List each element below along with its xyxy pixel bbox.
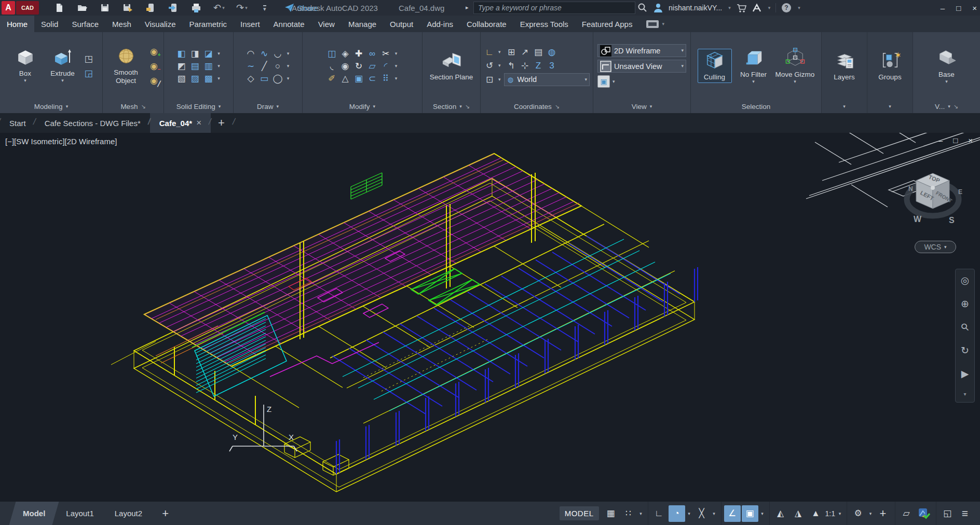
named-view-combo[interactable]: Unsaved View ▾ (597, 60, 686, 73)
orbit-icon[interactable]: ↻ (961, 344, 969, 356)
polygon-icon[interactable]: ◇ (245, 73, 256, 84)
ribbon-tab[interactable]: Visualize (138, 16, 183, 32)
dropdown-arrow-icon[interactable]: ▾ (217, 64, 220, 68)
intersect-icon[interactable]: ◪ (203, 48, 214, 59)
ribbon-tab[interactable]: Output (383, 16, 420, 32)
ucs-view-icon[interactable]: ⊡ (484, 74, 495, 85)
extrude-button[interactable]: Extrude ▾ (46, 48, 80, 85)
viewport-controls[interactable]: [−][SW Isometric][2D Wireframe] (5, 137, 117, 146)
presspull-icon[interactable]: ◲ (83, 68, 94, 78)
ribbon-tab[interactable]: Featured Apps (575, 16, 639, 32)
save-to-mobile-icon[interactable] (168, 2, 179, 13)
ribbon-tab[interactable]: View (311, 16, 342, 32)
close-tab-icon[interactable]: × (196, 118, 201, 128)
maximize-button[interactable]: □ (956, 4, 961, 12)
graphics-performance-icon[interactable] (916, 505, 932, 522)
mirror-icon[interactable]: ◫ (326, 48, 337, 59)
wcs-selector[interactable]: WCS ▾ (915, 241, 956, 253)
annotation-monitor-icon[interactable]: + (875, 505, 891, 522)
spline-icon[interactable]: ∿ (258, 48, 270, 59)
offset-icon[interactable]: ⊂ (366, 73, 378, 84)
arc-icon[interactable]: ◠ (245, 48, 256, 59)
arc-3point-icon[interactable]: ◡ (272, 48, 283, 59)
plot-icon[interactable] (190, 2, 202, 13)
ucs-named-icon[interactable]: ⊞ (506, 47, 517, 58)
drawing-viewport[interactable]: [−][SW Isometric][2D Wireframe] – □ × (0, 133, 980, 501)
snap-mode-toggle[interactable]: ∷ (620, 505, 637, 522)
polar-dropdown-icon[interactable]: ▾ (686, 511, 692, 516)
ortho-mode-toggle[interactable]: ∟ (651, 505, 668, 522)
dropdown-arrow-icon[interactable]: ▾ (217, 76, 220, 81)
clean-screen-toggle[interactable]: ◱ (939, 505, 956, 522)
panel-label-layers[interactable]: ▾ (822, 100, 867, 113)
file-tab[interactable]: Cafe Sections - DWG Files* × (35, 113, 150, 133)
layers-button[interactable]: Layers (825, 49, 864, 82)
isometric-drafting-toggle[interactable]: ╳ (693, 505, 710, 522)
base-button[interactable]: Base ▾ (930, 47, 964, 86)
polysolid-icon[interactable]: ◳ (83, 53, 94, 64)
ucs-origin-icon[interactable]: ↗ (519, 47, 530, 58)
pan-icon[interactable]: ⊕ (961, 298, 969, 310)
ucs-combo[interactable]: ◍ World ▾ (504, 73, 590, 86)
stretch-icon[interactable]: ◟ (326, 61, 337, 71)
ribbon-tab[interactable]: Annotate (267, 16, 311, 32)
move-icon[interactable]: ✚ (353, 48, 364, 59)
union-icon[interactable]: ◧ (176, 48, 187, 59)
isolate-objects-icon[interactable]: ▱ (898, 505, 915, 522)
panel-label-view[interactable]: View▾ (593, 100, 690, 113)
search-input[interactable] (474, 2, 635, 13)
file-tab[interactable]: Start × (0, 113, 35, 133)
polar-tracking-toggle[interactable]: ◔ (669, 505, 685, 522)
dropdown-arrow-icon[interactable]: ▾ (612, 79, 615, 84)
copy-icon[interactable]: ∞ (366, 48, 378, 59)
zoom-icon[interactable]: ⚲ (958, 320, 972, 334)
fillet-icon[interactable]: ◜ (380, 61, 391, 71)
undo-icon[interactable]: ↶▾ (213, 2, 225, 13)
annotation-visibility-toggle[interactable]: ◭ (772, 505, 789, 522)
object-snap-tracking-toggle[interactable]: ∠ (724, 505, 741, 522)
trim-icon[interactable]: ✂ (380, 48, 391, 59)
ribbon-tab[interactable]: Surface (65, 16, 105, 32)
minimize-button[interactable]: – (941, 4, 945, 12)
no-filter-button[interactable]: No Filter ▾ (735, 47, 772, 86)
ribbon-tab[interactable]: Insert (234, 16, 267, 32)
new-drawing-tab-button[interactable]: + (211, 113, 232, 133)
move-gizmo-button[interactable]: Move Gizmo ▾ (775, 47, 815, 86)
autodesk-dropdown-icon[interactable]: ▾ (768, 5, 771, 10)
annotation-scale-icon[interactable]: ▲ (808, 505, 824, 522)
scale-icon[interactable]: △ (339, 73, 351, 84)
dropdown-arrow-icon[interactable]: ▾ (498, 50, 501, 54)
viewport-restore-button[interactable]: □ (953, 136, 958, 145)
section-plane-button[interactable]: Section Plane (429, 49, 474, 82)
ribbon-tab[interactable]: Mesh (105, 16, 138, 32)
search-icon[interactable] (637, 3, 648, 13)
ucs-z-axis-icon[interactable]: Z (533, 61, 544, 71)
autocad-cad-badge[interactable]: CAD (16, 1, 39, 15)
slice-icon[interactable]: ◩ (176, 61, 187, 71)
panel-label-coordinates[interactable]: Coordinates↘ (481, 100, 593, 113)
panel-label-modify[interactable]: Modify▾ (303, 100, 422, 113)
workspace-switching-gear-icon[interactable]: ⚙ (850, 505, 866, 522)
open-folder-icon[interactable] (76, 2, 88, 13)
save-icon[interactable] (99, 2, 111, 13)
app-store-cart-icon[interactable] (736, 3, 746, 13)
open-from-mobile-icon[interactable] (145, 2, 156, 13)
rotate-icon[interactable]: ↻ (353, 61, 364, 71)
layout-tab[interactable]: Model (9, 502, 59, 525)
dropdown-arrow-icon[interactable]: ▾ (287, 76, 290, 81)
close-button[interactable]: × (972, 4, 977, 12)
ucs-rotate-x-icon[interactable]: ↺ (484, 61, 495, 71)
smooth-object-button[interactable]: Smooth Object (107, 46, 145, 86)
ribbon-tab[interactable]: Solid (34, 16, 65, 32)
panel-label-modeling[interactable]: Modeling▾ (0, 100, 102, 113)
ribbon-tab[interactable]: Add-ins (420, 16, 460, 32)
ribbon-options-button[interactable]: ▾ (646, 16, 664, 32)
ribbon-tab[interactable]: Manage (342, 16, 383, 32)
object-snap-toggle[interactable]: ▣ (742, 505, 758, 522)
snap-dropdown-icon[interactable]: ▾ (638, 511, 644, 516)
ucs-icon[interactable]: ∟ (484, 47, 495, 58)
user-avatar-icon[interactable] (653, 3, 663, 13)
file-tab[interactable]: Cafe_04* × (150, 113, 211, 133)
save-as-icon[interactable] (122, 2, 133, 13)
box-button[interactable]: Box ▾ (8, 48, 43, 85)
